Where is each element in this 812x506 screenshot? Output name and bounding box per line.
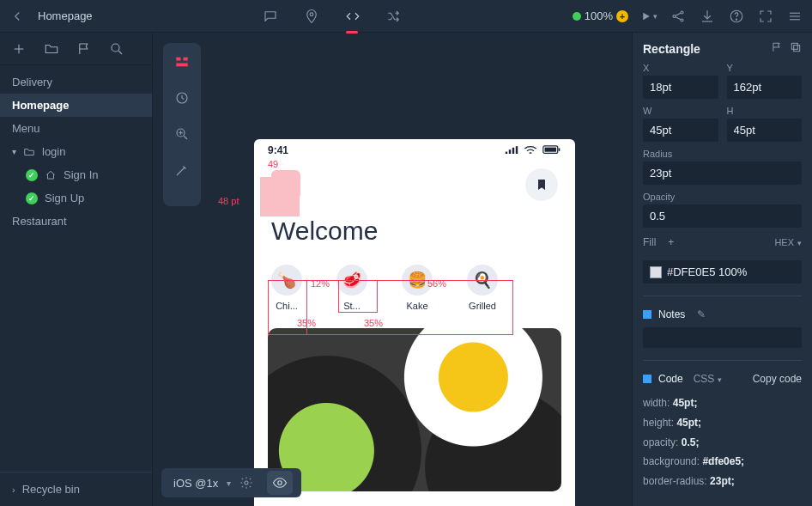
svg-point-9 [736, 19, 736, 20]
signal-icon [505, 146, 518, 155]
device-clock: 9:41 [268, 144, 288, 156]
fill-swatch [650, 266, 662, 278]
notes-section-title: Notes [658, 308, 685, 320]
field-x[interactable] [643, 76, 718, 99]
svg-rect-25 [506, 152, 507, 154]
code-lang-select[interactable]: CSS▾ [694, 373, 723, 385]
inspector-title: Rectangle [643, 42, 700, 56]
color-mode-select[interactable]: HEX▾ [774, 237, 802, 247]
category-grilled[interactable]: 🍳Grilled [467, 265, 498, 311]
svg-rect-26 [509, 149, 511, 154]
svg-point-2 [673, 15, 676, 17]
breadcrumb[interactable]: Homepage [38, 9, 93, 22]
fullscreen-icon[interactable] [757, 8, 774, 25]
history-icon[interactable] [173, 89, 191, 107]
notes-input[interactable] [643, 327, 802, 348]
tree-item-menu[interactable]: Menu [0, 117, 152, 140]
svg-rect-34 [794, 46, 800, 52]
field-w[interactable] [643, 119, 718, 142]
caret-down-icon: ▾ [12, 147, 16, 156]
battery-icon [542, 145, 561, 155]
menu-icon[interactable] [786, 8, 803, 25]
code-tab-icon[interactable] [344, 8, 361, 25]
zoom-in-icon[interactable] [173, 125, 191, 143]
page-tree-sidebar: Delivery Homepage Menu ▾ login Sign In S… [0, 33, 153, 506]
flag-icon[interactable] [76, 40, 93, 58]
category-chicken[interactable]: 🍗Chi... [271, 265, 302, 311]
svg-point-3 [681, 11, 683, 14]
back-icon[interactable] [9, 8, 26, 25]
fill-label: Fill [643, 236, 656, 248]
recycle-bin[interactable]: › Recycle bin [0, 472, 152, 506]
section-marker-icon [643, 375, 651, 383]
svg-point-33 [278, 481, 282, 485]
canvas-area[interactable]: 9:41 Welcome 🍗Chi... 🥩St... 🍔Kake 🍳Grill… [153, 33, 632, 506]
gear-icon[interactable] [239, 476, 253, 490]
zoom-control[interactable]: iOS @1x ▾ [161, 468, 301, 497]
svg-rect-30 [545, 148, 557, 152]
inspector-panel: Rectangle X Y W H Radius Opacity Fill + … [632, 33, 812, 506]
measure-48pt: 48 pt [218, 196, 239, 206]
share-icon[interactable] [670, 8, 687, 25]
category-steak[interactable]: 🥩St... [336, 265, 367, 311]
svg-line-16 [118, 51, 122, 54]
device-bookmark-button[interactable] [525, 168, 558, 201]
tree-item-homepage[interactable]: Homepage [0, 94, 152, 117]
section-marker-icon [643, 310, 651, 319]
eyedropper-icon[interactable] [173, 162, 191, 179]
top-bar: Homepage 100%+ ▾ [0, 0, 812, 33]
preview-toggle-icon[interactable] [267, 471, 293, 495]
svg-rect-19 [176, 64, 188, 67]
device-hero-image [268, 328, 561, 491]
svg-point-4 [681, 19, 683, 21]
tree-item-signup[interactable]: Sign Up [0, 186, 152, 210]
svg-point-0 [310, 12, 313, 15]
svg-rect-18 [184, 58, 188, 61]
device-welcome-heading: Welcome [254, 201, 575, 265]
device-preview: 9:41 Welcome 🍗Chi... 🥩St... 🍔Kake 🍳Grill… [254, 139, 575, 506]
tree-item-delivery[interactable]: Delivery [0, 70, 152, 94]
flag-small-icon[interactable] [771, 41, 783, 56]
play-icon[interactable]: ▾ [640, 8, 657, 25]
svg-line-5 [676, 13, 681, 15]
svg-rect-28 [516, 146, 518, 154]
svg-rect-31 [559, 148, 561, 150]
fill-value[interactable]: #DFE0E5 100% [643, 260, 802, 283]
svg-rect-17 [176, 58, 180, 61]
field-opacity[interactable] [643, 204, 802, 228]
download-icon[interactable] [699, 8, 716, 25]
copy-small-icon[interactable] [790, 41, 802, 56]
svg-point-32 [245, 481, 248, 485]
location-icon[interactable] [303, 8, 320, 25]
shuffle-icon[interactable] [385, 8, 403, 25]
canvas-tool-rail [163, 43, 201, 206]
tree-item-signin[interactable]: Sign In [0, 163, 152, 186]
copy-code-button[interactable]: Copy code [753, 373, 802, 385]
folder-small-icon [23, 146, 35, 158]
tree-folder-login[interactable]: ▾ login [0, 140, 152, 163]
caret-down-icon: ▾ [227, 479, 231, 488]
spec-mode-icon[interactable] [173, 53, 191, 70]
edit-notes-icon[interactable]: ✎ [697, 308, 706, 320]
plus-badge-icon[interactable]: + [616, 10, 628, 22]
check-icon [26, 169, 38, 181]
field-h[interactable] [727, 119, 803, 142]
svg-marker-1 [643, 12, 650, 20]
comment-icon[interactable] [262, 8, 279, 25]
field-radius[interactable] [643, 162, 802, 185]
css-output: width: 45pt; height: 45pt; opacity: 0.5;… [643, 393, 802, 491]
tree-item-restaurant[interactable]: Restaurant [0, 210, 152, 233]
svg-line-6 [676, 16, 681, 19]
add-fill-icon[interactable]: + [668, 236, 674, 248]
add-page-icon[interactable] [10, 40, 27, 58]
search-icon[interactable] [108, 40, 125, 58]
folder-icon[interactable] [43, 40, 60, 58]
svg-rect-27 [512, 148, 514, 154]
category-kake[interactable]: 🍔Kake [402, 265, 433, 311]
field-y[interactable] [727, 76, 803, 99]
device-hamburger-icon[interactable] [271, 170, 300, 199]
svg-line-22 [184, 136, 187, 139]
help-icon[interactable] [728, 8, 745, 25]
code-section-title: Code [658, 373, 683, 385]
device-status-icons [505, 145, 561, 155]
